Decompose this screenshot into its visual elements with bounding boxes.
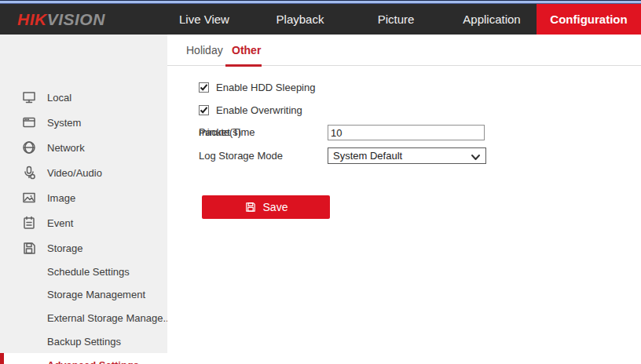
sidebar-item-image[interactable]: Image xyxy=(0,185,167,210)
sidebar-item-backup-settings[interactable]: Backup Settings xyxy=(0,329,167,353)
sidebar-item-schedule-settings[interactable]: Schedule Settings xyxy=(0,260,167,283)
microphone-icon xyxy=(21,165,37,180)
sidebar-item-storage[interactable]: Storage xyxy=(0,235,167,260)
sidebar-item-video-audio[interactable]: Video/Audio xyxy=(0,160,167,185)
sidebar-item-label: Storage xyxy=(47,242,83,254)
sidebar-item-label: Advanced Settings xyxy=(47,359,139,364)
sidebar-item-event[interactable]: Event xyxy=(0,210,167,235)
floppy-icon xyxy=(21,240,37,256)
sidebar-item-label: Schedule Settings xyxy=(47,266,130,278)
nav-live-view[interactable]: Live View xyxy=(156,4,252,35)
sidebar-item-system[interactable]: System xyxy=(0,110,167,135)
picture-icon xyxy=(21,190,37,206)
main-nav: Live View Playback Picture Application xyxy=(156,4,540,35)
globe-icon xyxy=(21,140,37,155)
save-button[interactable]: Save xyxy=(202,195,330,219)
tab-other-active[interactable]: Other xyxy=(232,44,261,56)
sidebar-item-label: Video/Audio xyxy=(47,167,102,179)
notepad-icon xyxy=(21,215,37,231)
sidebar-item-advanced-settings-selected[interactable]: Advanced Settings xyxy=(0,353,167,364)
packet-time-unit: minute(s) xyxy=(199,125,317,140)
packet-time-input[interactable] xyxy=(328,125,485,140)
tab-holiday[interactable]: Holiday xyxy=(186,44,223,56)
log-storage-mode-label: Log Storage Mode xyxy=(199,147,317,164)
enable-hdd-sleeping-row: Enable HDD Sleeping xyxy=(199,82,315,93)
save-button-label: Save xyxy=(263,201,288,213)
tab-bar: Holiday Other xyxy=(167,35,641,66)
sidebar-item-label: External Storage Manage... xyxy=(47,312,171,324)
log-storage-mode-value: System Default xyxy=(333,150,402,162)
enable-overwriting-row: Enable Overwriting xyxy=(199,104,302,116)
settings-panel: Holiday Other Enable HDD Sleeping Enable… xyxy=(167,35,641,364)
sidebar-item-label: Network xyxy=(47,142,85,154)
checkmark-icon xyxy=(200,106,208,115)
logo-hik: HIK xyxy=(17,10,47,28)
nav-configuration-active[interactable]: Configuration xyxy=(537,4,641,35)
monitor-icon xyxy=(21,89,37,105)
sidebar-item-storage-management[interactable]: Storage Management xyxy=(0,282,167,306)
nav-playback[interactable]: Playback xyxy=(252,4,348,35)
checkmark-icon xyxy=(200,83,208,92)
sidebar-item-label: Storage Management xyxy=(47,289,145,300)
sidebar-item-label: Event xyxy=(47,217,73,229)
sidebar-item-local[interactable]: Local xyxy=(0,85,167,110)
log-storage-mode-select[interactable]: System Default xyxy=(328,147,486,164)
sidebar-item-label: Backup Settings xyxy=(47,336,121,348)
top-navbar: HIKVISION Live View Playback Picture App… xyxy=(0,4,641,35)
enable-overwriting-checkbox[interactable] xyxy=(199,105,209,115)
enable-hdd-sleeping-checkbox[interactable] xyxy=(199,82,209,93)
sidebar-item-label: Image xyxy=(47,192,75,204)
config-sidebar: Local System Network Video/Audio Image E… xyxy=(0,35,167,364)
sidebar-item-network[interactable]: Network xyxy=(0,135,167,160)
enable-overwriting-label: Enable Overwriting xyxy=(216,104,302,116)
sidebar-item-label: System xyxy=(47,117,81,129)
nav-picture[interactable]: Picture xyxy=(348,4,444,35)
logo-vision: VISION xyxy=(47,10,105,28)
save-floppy-icon xyxy=(244,201,257,213)
hikvision-logo: HIKVISION xyxy=(17,4,105,35)
chevron-down-icon xyxy=(471,151,481,166)
nav-application[interactable]: Application xyxy=(444,4,540,35)
sidebar-item-external-storage-management[interactable]: External Storage Manage... xyxy=(0,306,167,329)
sidebar-item-label: Local xyxy=(47,92,71,104)
active-tab-underline xyxy=(225,64,262,67)
enable-hdd-sleeping-label: Enable HDD Sleeping xyxy=(216,82,315,93)
window-icon xyxy=(21,115,37,130)
